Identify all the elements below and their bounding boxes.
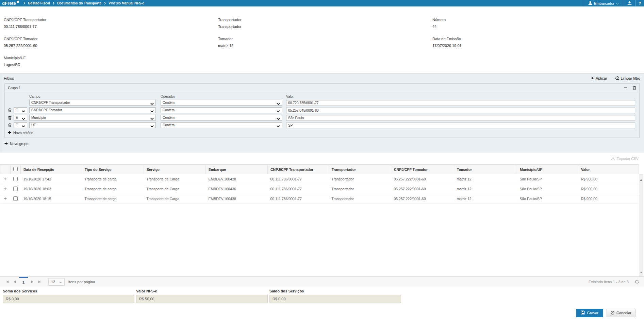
first-page-button[interactable] (3, 278, 11, 286)
collapse-group-button[interactable] (624, 86, 627, 90)
new-criterion-button[interactable]: Novo critério (8, 131, 639, 135)
filters-actions: Aplicar Limpar filtro (591, 76, 640, 80)
column-header[interactable]: Transportador (329, 165, 391, 174)
plus-icon (4, 142, 8, 146)
field-value: matriz 12 (218, 44, 242, 48)
column-header[interactable]: CNPJ/CPF Tomador (391, 165, 454, 174)
expand-row-button[interactable] (0, 184, 11, 194)
refresh-button[interactable] (635, 279, 639, 284)
eraser-icon (615, 76, 619, 80)
valor-input[interactable] (286, 123, 635, 128)
save-button[interactable]: Gravar (576, 309, 603, 317)
table-row[interactable]: 19/10/2020 18:03 Transporte de carga Tra… (0, 184, 639, 194)
download-icon (627, 0, 632, 6)
operador-select[interactable]: Contém (161, 100, 282, 106)
column-header[interactable]: Valor (578, 165, 639, 174)
apply-filter-label: Aplicar (596, 76, 607, 80)
campo-select[interactable]: CNPJ/CPF Transportador (29, 100, 156, 106)
table-header-row: Data de Recepção Tipo do Serviço Serviço… (0, 165, 639, 174)
row-checkbox[interactable] (13, 196, 18, 201)
download-button[interactable] (623, 0, 635, 6)
app-logo-text: dFrete (2, 1, 16, 6)
cell-data-recepcao: 19/10/2020 17:42 (21, 174, 82, 184)
help-button[interactable]: ? (636, 0, 644, 6)
select-all-checkbox[interactable] (13, 167, 18, 171)
delete-criterion-button[interactable] (7, 108, 13, 112)
top-navbar: dFrete Gestão Fiscal Documentos do Trans… (0, 0, 644, 6)
column-header[interactable]: Tipo do Serviço (82, 165, 144, 174)
scroll-up-icon[interactable] (640, 176, 642, 182)
valor-input[interactable] (286, 100, 635, 106)
operador-select[interactable]: Contém (161, 122, 282, 128)
chevron-down-icon (277, 124, 280, 128)
table-row[interactable]: 19/10/2020 17:42 Transporte de carga Tra… (0, 174, 639, 184)
column-header[interactable]: Serviço (144, 165, 206, 174)
connector-select-value: E (16, 123, 18, 127)
column-header[interactable]: Tomador (454, 165, 517, 174)
column-header[interactable]: Data de Recepção (21, 165, 82, 174)
column-header[interactable]: Município/UF (517, 165, 578, 174)
expand-row-button[interactable] (0, 174, 11, 184)
soma-servicos-input (3, 295, 134, 303)
campo-select[interactable]: Município (29, 115, 156, 121)
cell-servico: Transporte de Carga (144, 194, 206, 204)
page-size-select[interactable]: 12 (48, 278, 65, 286)
cancel-button-label: Cancelar (616, 311, 631, 315)
table-row[interactable]: 19/10/2020 18:15 Transporte de carga Tra… (0, 194, 639, 204)
chevron-right-icon (104, 2, 106, 5)
page-number-button[interactable]: 1 (19, 277, 28, 287)
new-group-button[interactable]: Novo grupo (4, 142, 644, 146)
row-select-cell (11, 174, 21, 184)
campo-select[interactable]: UF (29, 122, 156, 128)
breadcrumb-item[interactable]: Gestão Fiscal (28, 1, 50, 5)
delete-criterion-button[interactable] (7, 116, 13, 120)
prev-page-button[interactable] (11, 278, 18, 286)
cell-transportador: Transportador (329, 194, 391, 204)
chevron-down-icon (616, 1, 619, 5)
row-checkbox[interactable] (13, 177, 18, 181)
cell-cnpj-tomador: 05.257.222/0001-60 (391, 194, 454, 204)
app-logo[interactable]: dFrete (2, 1, 19, 6)
user-icon (588, 1, 592, 6)
column-header[interactable]: CNPJ/CPF Transportador (268, 165, 329, 174)
connector-select[interactable]: E (14, 115, 27, 121)
clear-filter-button[interactable]: Limpar filtro (615, 76, 640, 80)
scroll-down-icon[interactable] (640, 269, 642, 275)
last-page-button[interactable] (36, 278, 44, 286)
table-scrollbar[interactable] (639, 174, 643, 276)
cancel-icon (611, 311, 614, 315)
plus-icon (8, 131, 11, 135)
campo-select[interactable]: CNPJ/CPF Tomador (29, 107, 156, 113)
info-column-3: Número 44 Data de Emissão 17/07/2020 19:… (432, 18, 462, 56)
chevron-right-icon (53, 2, 54, 5)
expand-row-button[interactable] (0, 194, 11, 204)
info-field-municipio-uf: Município/UF Lages/SC (4, 56, 46, 67)
filter-group-tools (624, 86, 636, 90)
next-page-button[interactable] (29, 278, 36, 286)
breadcrumb-item[interactable]: Documentos do Transporte (57, 1, 101, 5)
operador-select[interactable]: Contém (161, 107, 282, 113)
field-value: Transportador (218, 25, 242, 29)
new-criterion-label: Novo critério (13, 131, 33, 135)
cell-municipio-uf: São Paulo/SP (517, 174, 578, 184)
delete-criterion-button[interactable] (7, 123, 13, 127)
cell-embarque: EMBDEV.100438 (206, 194, 268, 204)
results-grid-panel: Exportar CSV Data de Recepção Tipo do Se… (0, 152, 644, 286)
connector-select[interactable]: E (14, 107, 27, 113)
row-checkbox[interactable] (13, 187, 18, 191)
operador-select[interactable]: Contém (161, 115, 282, 121)
field-value: 44 (432, 25, 462, 29)
connector-select[interactable]: E (14, 122, 27, 128)
valor-input[interactable] (286, 108, 635, 113)
apply-filter-button[interactable]: Aplicar (591, 76, 607, 80)
cell-cnpj-transportador: 00.111.786/0001-77 (268, 194, 329, 204)
column-header[interactable]: Embarque (206, 165, 268, 174)
totals-label: Valor NFS-e (136, 289, 268, 293)
valor-input[interactable] (286, 115, 635, 121)
page-size-value: 12 (51, 280, 55, 284)
cancel-button[interactable]: Cancelar (607, 309, 635, 317)
filter-row: E Município Contém (5, 115, 639, 121)
delete-group-button[interactable] (633, 86, 636, 90)
export-csv-button[interactable]: Exportar CSV (617, 157, 639, 161)
user-menu[interactable]: Embarcador (584, 0, 623, 6)
